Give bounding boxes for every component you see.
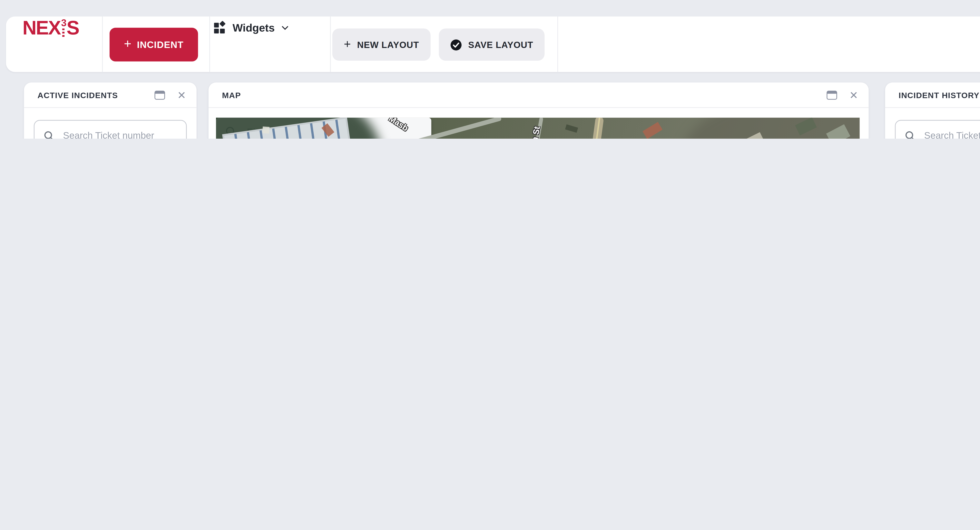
- incident-history-search[interactable]: [895, 120, 980, 139]
- active-incidents-panel: ACTIVE INCIDENTS ✕ There are no Active: [24, 83, 196, 139]
- panel-title: ACTIVE INCIDENTS: [37, 90, 118, 99]
- search-ticket-input[interactable]: [923, 130, 980, 139]
- chevron-down-icon: [281, 23, 290, 32]
- save-layout-button[interactable]: SAVE LAYOUT: [439, 29, 545, 61]
- panel-title: INCIDENT HISTORY: [899, 90, 979, 99]
- plus-icon: +: [124, 37, 132, 50]
- close-icon[interactable]: ✕: [177, 89, 186, 100]
- add-incident-button[interactable]: + INCIDENT: [110, 28, 198, 62]
- search-icon: [905, 130, 916, 139]
- search-icon: [43, 130, 55, 139]
- nexis-logo: NEX3S: [22, 18, 79, 38]
- logo-text: NEX: [22, 18, 60, 38]
- widgets-menu[interactable]: Widgets: [212, 18, 290, 38]
- incident-history-panel: INCIDENT HISTORY ✕ FOR INVESTIGATION 202…: [885, 83, 980, 139]
- widgets-icon: [212, 21, 227, 35]
- active-incidents-search[interactable]: [34, 120, 187, 139]
- minimize-window-icon[interactable]: [827, 90, 837, 99]
- plus-icon: +: [344, 38, 351, 50]
- panel-title: MAP: [222, 90, 241, 99]
- app-root: NEX3S + INCIDENT Widgets + NEW LAYOUT SA…: [0, 0, 980, 139]
- check-circle-icon: [450, 38, 462, 51]
- search-ticket-input[interactable]: [62, 130, 178, 139]
- minimize-window-icon[interactable]: [154, 90, 165, 99]
- close-icon[interactable]: ✕: [849, 89, 858, 100]
- logo-3: 3: [61, 18, 66, 28]
- map-canvas[interactable]: MasbNayong KanluranSorsogon StWest Avenu…: [216, 118, 860, 139]
- new-layout-button[interactable]: + NEW LAYOUT: [332, 29, 430, 61]
- logo-text-end: S: [67, 18, 79, 38]
- logo-dashes: [62, 29, 65, 37]
- widgets-label: Widgets: [232, 22, 275, 34]
